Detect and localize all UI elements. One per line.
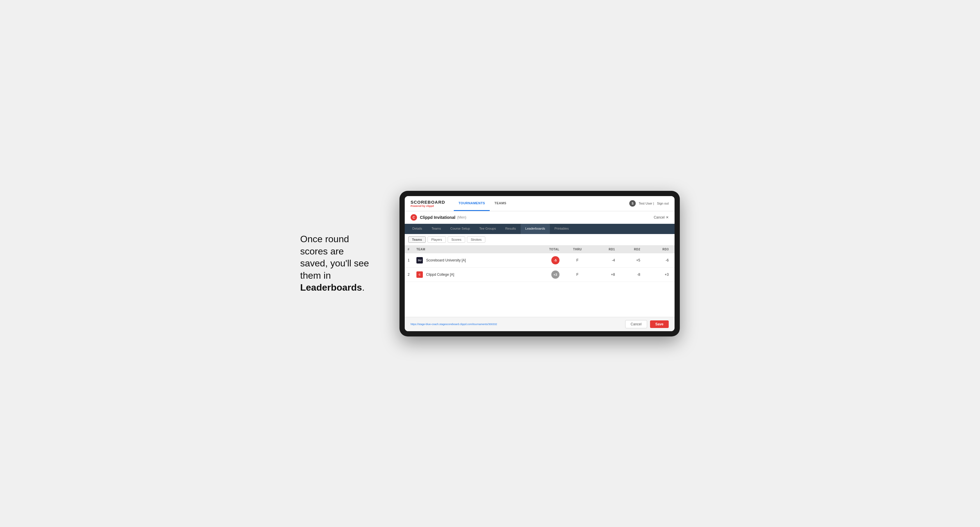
tab-course-setup[interactable]: Course Setup bbox=[445, 224, 474, 234]
tab-leaderboards[interactable]: Leaderboards bbox=[521, 224, 550, 234]
footer-bar: https://stage-blue-coach.stagescoreboard… bbox=[405, 317, 675, 331]
total-2: +3 bbox=[529, 267, 562, 282]
tablet-screen: SCOREBOARD Powered by clippd Tournaments… bbox=[405, 196, 675, 331]
col-total: Total bbox=[529, 245, 562, 253]
col-rank: # bbox=[405, 245, 414, 253]
team-1: SU Scoreboard University [A] bbox=[414, 253, 529, 268]
sub-tab-teams[interactable]: Teams bbox=[408, 237, 426, 243]
footer-cancel-button[interactable]: Cancel bbox=[625, 320, 647, 328]
tournament-icon: C bbox=[410, 214, 417, 221]
sign-out-link[interactable]: Sign out bbox=[657, 202, 669, 205]
team-logo-2: C bbox=[417, 271, 423, 278]
col-rd3: RD3 bbox=[643, 245, 675, 253]
thru-2: F bbox=[562, 267, 593, 282]
nav-teams[interactable]: Teams bbox=[490, 196, 511, 211]
tab-teams[interactable]: Teams bbox=[427, 224, 445, 234]
col-team: Team bbox=[414, 245, 529, 253]
tablet-frame: SCOREBOARD Powered by clippd Tournaments… bbox=[399, 191, 680, 337]
intro-text: Once round scores are saved, you'll see … bbox=[300, 233, 382, 294]
tab-bar: Details Teams Course Setup Tee Groups Re… bbox=[405, 224, 675, 234]
total-1: -5 bbox=[529, 253, 562, 268]
brand-name: clippd bbox=[426, 205, 434, 208]
tab-printables[interactable]: Printables bbox=[550, 224, 574, 234]
leaderboard-content: # Team Total Thru bbox=[405, 245, 675, 317]
tab-tee-groups[interactable]: Tee Groups bbox=[474, 224, 501, 234]
score-badge-1: -5 bbox=[551, 256, 560, 264]
rd2-1: +5 bbox=[618, 253, 643, 268]
col-rd2: RD2 bbox=[618, 245, 643, 253]
rd3-2: +3 bbox=[643, 267, 675, 282]
thru-1: F bbox=[562, 253, 593, 268]
footer-save-button[interactable]: Save bbox=[650, 321, 669, 328]
user-name: Test User | bbox=[639, 202, 654, 205]
sub-tab-strokes[interactable]: Strokes bbox=[467, 237, 485, 243]
sub-tab-bar: Teams Players Scores Strokes bbox=[405, 234, 675, 245]
table-row: 1 SU Scoreboard University [A] -5 F -4 +… bbox=[405, 253, 675, 268]
score-badge-2: +3 bbox=[551, 270, 560, 279]
rd3-1: -6 bbox=[643, 253, 675, 268]
tab-details[interactable]: Details bbox=[408, 224, 427, 234]
sub-tab-scores[interactable]: Scores bbox=[448, 237, 465, 243]
logo-subtitle: Powered by clippd bbox=[410, 205, 445, 208]
team-logo-1: SU bbox=[417, 257, 423, 264]
user-avatar: S bbox=[629, 200, 636, 206]
col-rd1: RD1 bbox=[592, 245, 618, 253]
team-name-1: Scoreboard University [A] bbox=[426, 258, 466, 262]
rank-2: 2 bbox=[405, 267, 414, 282]
nav-links: Tournaments Teams bbox=[454, 196, 511, 211]
nav-tournaments[interactable]: Tournaments bbox=[454, 196, 490, 211]
leaderboard-table: # Team Total Thru bbox=[405, 245, 675, 282]
rank-1: 1 bbox=[405, 253, 414, 268]
nav-right: S Test User | Sign out bbox=[629, 200, 669, 206]
tab-results[interactable]: Results bbox=[501, 224, 521, 234]
col-thru: Thru bbox=[562, 245, 593, 253]
tournament-gender: (Men) bbox=[457, 215, 466, 219]
footer-url: https://stage-blue-coach.stagescoreboard… bbox=[410, 323, 497, 325]
team-2: C Clippd College [A] bbox=[414, 267, 529, 282]
team-name-2: Clippd College [A] bbox=[426, 273, 454, 277]
tournament-name: Clippd Invitational bbox=[420, 215, 455, 220]
logo-title: SCOREBOARD bbox=[410, 200, 445, 205]
logo-area: SCOREBOARD Powered by clippd bbox=[410, 200, 445, 208]
rd1-2: +8 bbox=[592, 267, 618, 282]
empty-space bbox=[405, 282, 675, 317]
tournament-cancel-button[interactable]: Cancel ✕ bbox=[654, 215, 669, 219]
tournament-header: C Clippd Invitational (Men) Cancel ✕ bbox=[405, 211, 675, 224]
rd1-1: -4 bbox=[592, 253, 618, 268]
nav-bar: SCOREBOARD Powered by clippd Tournaments… bbox=[405, 196, 675, 211]
sub-tab-players[interactable]: Players bbox=[428, 237, 446, 243]
rd2-2: -8 bbox=[618, 267, 643, 282]
table-row: 2 C Clippd College [A] +3 F +8 -8 +3 bbox=[405, 267, 675, 282]
